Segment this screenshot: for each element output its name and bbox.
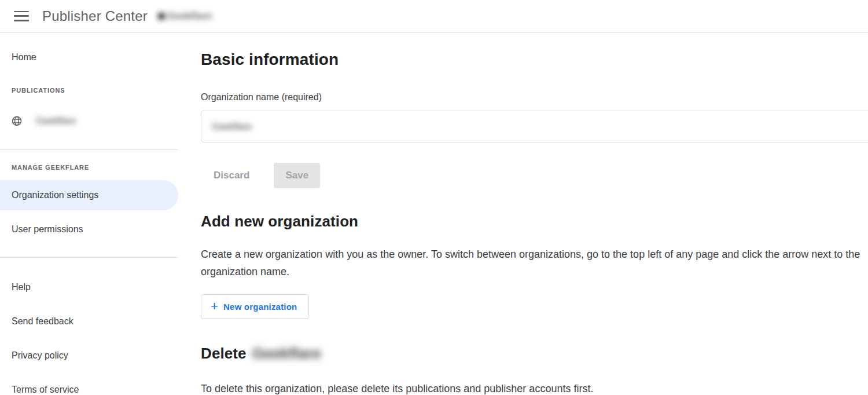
plus-icon: + [211,300,218,313]
globe-icon [12,116,22,126]
sidebar-item-label: User permissions [12,224,83,235]
sidebar-divider [0,257,178,258]
organization-name-input[interactable]: Geekflare [201,111,868,142]
app-title: Publisher Center [42,8,148,24]
new-organization-button-label: New organization [223,302,297,312]
sidebar-item-label: Organization settings [12,190,98,200]
top-app-bar: Publisher Center Geekflare [0,0,868,33]
sidebar-item-publication[interactable]: Geekflare [0,107,178,135]
manage-section-label: MANAGE GEEKFLARE [0,163,178,171]
new-organization-button[interactable]: + New organization [201,294,309,319]
sidebar-item-user-permissions[interactable]: User permissions [0,215,178,243]
form-actions: Discard Save [201,163,868,188]
delete-organization-heading: Delete Geekflare [201,345,868,362]
sidebar-item-label: Home [12,52,36,63]
publications-section-label: PUBLICATIONS [0,86,178,94]
add-organization-heading: Add new organization [201,213,868,230]
organization-name-label: Organization name (required) [201,92,868,103]
sidebar-item-label: Help [12,282,31,292]
sidebar-item-label: Terms of service [12,385,79,395]
sidebar-item-organization-settings[interactable]: Organization settings [0,180,178,210]
sidebar-item-help[interactable]: Help [0,273,178,301]
organization-badge-name: Geekflare [167,10,212,22]
delete-heading-prefix: Delete [201,345,247,362]
hamburger-menu-icon[interactable] [14,11,29,21]
sidebar-item-privacy-policy[interactable]: Privacy policy [0,342,178,370]
add-organization-description: Create a new organization with you as th… [201,246,867,280]
delete-organization-description: To delete this organization, please dele… [201,380,867,395]
sidebar: Home PUBLICATIONS Geekflare MANAGE GEEKF… [0,33,178,395]
sidebar-item-home[interactable]: Home [0,43,178,71]
main-content: Basic information Organization name (req… [178,33,868,395]
sidebar-item-send-feedback[interactable]: Send feedback [0,308,178,335]
sidebar-item-label: Send feedback [12,316,73,327]
save-button[interactable]: Save [274,163,320,188]
sidebar-item-terms-of-service[interactable]: Terms of service [0,376,178,395]
organization-favicon-icon [158,13,165,20]
page-title: Basic information [201,49,868,70]
delete-heading-org-name: Geekflare [252,345,321,362]
page-body: Home PUBLICATIONS Geekflare MANAGE GEEKF… [0,33,868,395]
publication-name: Geekflare [36,116,76,126]
organization-name-value: Geekflare [212,122,252,132]
sidebar-item-label: Privacy policy [12,350,68,361]
organization-switcher[interactable]: Geekflare [158,10,212,22]
sidebar-divider [0,149,178,150]
discard-button[interactable]: Discard [201,163,262,188]
